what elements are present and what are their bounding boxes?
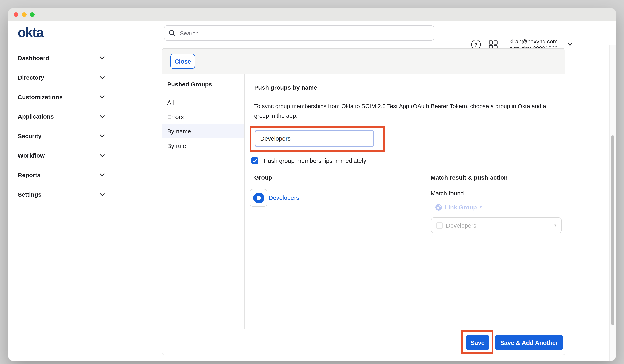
footer-divider <box>162 329 566 329</box>
search-input[interactable] <box>179 29 434 37</box>
push-immediately-label: Push group memberships immediately <box>264 157 366 164</box>
sidebar-item-dashboard[interactable]: Dashboard <box>8 48 114 68</box>
save-button[interactable]: Save <box>466 335 489 350</box>
global-search[interactable] <box>164 25 434 41</box>
group-name-link[interactable]: Developers <box>269 194 299 201</box>
help-icon[interactable]: ? <box>471 40 481 50</box>
push-immediately-row[interactable]: Push group memberships immediately <box>251 157 366 164</box>
page-title: Push groups by name <box>254 84 317 91</box>
chevron-down-icon <box>100 115 104 118</box>
chevron-down-icon <box>100 174 104 177</box>
app-group-select[interactable]: Developers ▾ <box>431 217 562 233</box>
checkbox-checked-icon[interactable] <box>251 157 258 164</box>
app-group-value: Developers <box>446 222 554 229</box>
row-divider <box>244 235 566 236</box>
scrollbar-track[interactable] <box>609 45 616 361</box>
table-header-divider <box>244 184 566 185</box>
caret-down-icon: ▾ <box>480 205 482 210</box>
group-avatar <box>250 189 267 207</box>
screen: okta ? kiran@boxyhq.com okta-dev-20901 <box>0 0 624 364</box>
subnav-item-by-name[interactable]: By name <box>162 124 244 138</box>
sidebar-item-directory[interactable]: Directory <box>8 68 114 87</box>
link-group-label: Link Group <box>445 204 477 211</box>
chevron-down-icon <box>100 154 104 157</box>
subnav-item-by-rule[interactable]: By rule <box>162 138 244 153</box>
match-status: Match found <box>431 190 464 197</box>
account-email: kiran@boxyhq.com <box>505 38 562 45</box>
sidebar: Dashboard Directory Customizations Appli… <box>8 45 114 361</box>
column-header-group: Group <box>254 174 272 181</box>
text-cursor <box>291 134 292 142</box>
save-add-another-button[interactable]: Save & Add Another <box>495 335 563 350</box>
subnav-divider <box>244 74 245 329</box>
chevron-down-icon <box>100 134 104 138</box>
sidebar-item-reports[interactable]: Reports <box>8 165 114 185</box>
subnav-title: Pushed Groups <box>167 81 212 88</box>
search-icon <box>169 29 176 36</box>
chevron-down-icon <box>567 43 572 46</box>
group-name-input[interactable]: Developers <box>255 130 374 147</box>
window-zoom-icon[interactable] <box>30 12 34 17</box>
link-icon <box>435 204 442 210</box>
column-header-match: Match result & push action <box>431 174 508 181</box>
close-button[interactable]: Close <box>170 54 195 69</box>
chevron-down-icon <box>100 76 104 79</box>
section-divider <box>244 171 566 171</box>
scrollbar-thumb[interactable] <box>611 135 614 325</box>
chevron-down-icon <box>100 193 104 196</box>
sidebar-item-customizations[interactable]: Customizations <box>8 87 114 107</box>
sidebar-item-applications[interactable]: Applications <box>8 107 114 126</box>
browser-window: okta ? kiran@boxyhq.com okta-dev-20901 <box>8 8 616 361</box>
window-titlebar <box>8 8 616 21</box>
checkbox-unchecked-icon <box>436 222 443 229</box>
window-minimize-icon[interactable] <box>22 12 26 17</box>
sidebar-item-security[interactable]: Security <box>8 126 114 146</box>
description-text: To sync group memberships from Okta to S… <box>254 101 552 121</box>
group-name-value: Developers <box>260 135 291 142</box>
okta-logo[interactable]: okta <box>18 25 43 40</box>
push-groups-panel: Close Pushed Groups All Errors By name B… <box>162 48 565 355</box>
app-header: okta ? kiran@boxyhq.com okta-dev-20901 <box>8 21 616 45</box>
sidebar-item-workflow[interactable]: Workflow <box>8 146 114 165</box>
subnav-item-errors[interactable]: Errors <box>162 109 244 124</box>
chevron-down-icon <box>100 96 104 99</box>
caret-down-icon: ▾ <box>554 223 556 228</box>
chevron-down-icon <box>100 56 104 60</box>
link-group-button[interactable]: Link Group ▾ <box>435 204 482 211</box>
window-close-icon[interactable] <box>14 12 18 17</box>
subnav-item-all[interactable]: All <box>162 95 244 109</box>
panel-header: Close <box>162 49 565 74</box>
sidebar-item-settings[interactable]: Settings <box>8 185 114 204</box>
group-icon <box>253 192 264 203</box>
